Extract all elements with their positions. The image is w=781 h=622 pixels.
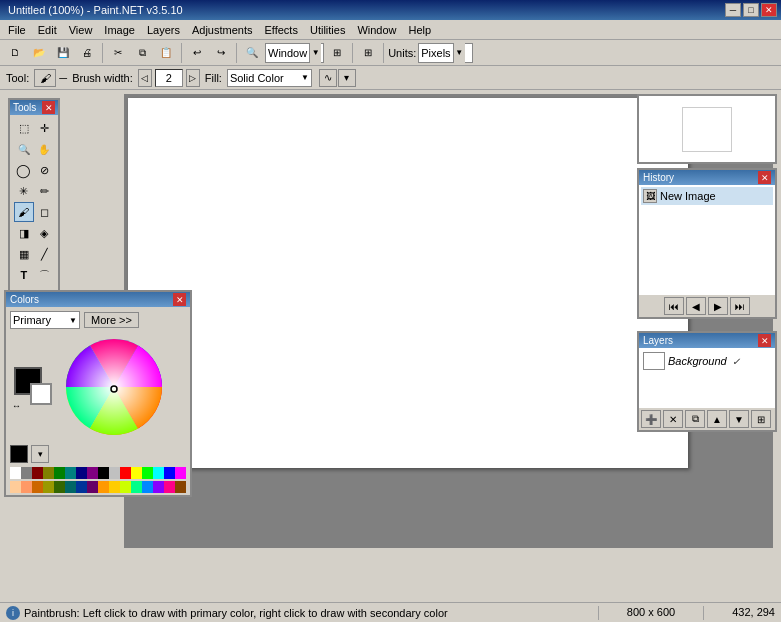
palette-options-btn[interactable]: ▾ <box>31 445 49 463</box>
history-last-btn[interactable]: ⏭ <box>730 297 750 315</box>
layer-visibility-check[interactable]: ✓ <box>730 355 743 368</box>
canvas[interactable] <box>128 98 688 468</box>
print-button[interactable]: 🖨 <box>76 42 98 64</box>
layer-item-background[interactable]: Background ✓ <box>641 350 773 372</box>
menu-item-file[interactable]: File <box>2 22 32 38</box>
palette-brown[interactable] <box>32 481 43 493</box>
fill-tool[interactable]: ◨ <box>14 223 34 243</box>
palette-darkbrown[interactable] <box>175 481 186 493</box>
palette-darkteal[interactable] <box>65 481 76 493</box>
palette-white[interactable] <box>10 467 21 479</box>
line-tool[interactable]: ╱ <box>35 244 55 264</box>
brush-width-input[interactable]: 2 <box>155 69 183 87</box>
window-dropdown[interactable]: Window ▼ <box>265 43 324 63</box>
maximize-button[interactable]: □ <box>743 3 759 17</box>
zoom-tool[interactable]: 🔍 <box>14 139 34 159</box>
paste-button[interactable]: 📋 <box>155 42 177 64</box>
menu-item-help[interactable]: Help <box>403 22 438 38</box>
menu-item-utilities[interactable]: Utilities <box>304 22 351 38</box>
delete-layer-btn[interactable]: ✕ <box>663 410 683 428</box>
menu-item-layers[interactable]: Layers <box>141 22 186 38</box>
move-tool[interactable]: ✛ <box>35 118 55 138</box>
history-item-new-image[interactable]: 🖼 New Image <box>641 187 773 205</box>
palette-yellowgreen[interactable] <box>120 481 131 493</box>
menu-item-image[interactable]: Image <box>98 22 141 38</box>
add-layer-btn[interactable]: ➕ <box>641 410 661 428</box>
black-swatch[interactable] <box>10 445 28 463</box>
palette-cyan[interactable] <box>153 467 164 479</box>
layer-properties-btn[interactable]: ⊞ <box>751 410 771 428</box>
units-dropdown-arrow[interactable]: ▼ <box>453 43 465 63</box>
palette-darkpurple[interactable] <box>87 481 98 493</box>
new-button[interactable]: 🗋 <box>4 42 26 64</box>
eraser-tool[interactable]: ◻ <box>35 202 55 222</box>
brush-style-btn2[interactable]: ▾ <box>338 69 356 87</box>
palette-violet[interactable] <box>153 481 164 493</box>
palette-magenta[interactable] <box>175 467 186 479</box>
copy-button[interactable]: ⧉ <box>131 42 153 64</box>
text-tool[interactable]: T <box>14 265 34 285</box>
palette-olive[interactable] <box>43 467 54 479</box>
menu-item-window[interactable]: Window <box>351 22 402 38</box>
menu-item-view[interactable]: View <box>63 22 99 38</box>
color-wheel-container[interactable] <box>64 337 164 439</box>
palette-springgreen[interactable] <box>131 481 142 493</box>
zoom-out-button[interactable]: 🔍 <box>241 42 263 64</box>
history-prev-btn[interactable]: ◀ <box>686 297 706 315</box>
duplicate-layer-btn[interactable]: ⧉ <box>685 410 705 428</box>
cut-button[interactable]: ✂ <box>107 42 129 64</box>
brush-width-left-btn[interactable]: ◁ <box>138 69 152 87</box>
palette-hotpink[interactable] <box>164 481 175 493</box>
palette-darkyellow[interactable] <box>43 481 54 493</box>
history-panel-close[interactable]: ✕ <box>758 171 771 184</box>
zoom-fit-button[interactable]: ⊞ <box>326 42 348 64</box>
save-button[interactable]: 💾 <box>52 42 74 64</box>
redo-button[interactable]: ↪ <box>210 42 232 64</box>
menu-item-adjustments[interactable]: Adjustments <box>186 22 259 38</box>
window-dropdown-arrow[interactable]: ▼ <box>309 43 321 63</box>
more-colors-button[interactable]: More >> <box>84 312 139 328</box>
lasso-tool[interactable]: ⊘ <box>35 160 55 180</box>
palette-navy[interactable] <box>76 467 87 479</box>
brush-width-right-btn[interactable]: ▷ <box>186 69 200 87</box>
menu-item-effects[interactable]: Effects <box>259 22 304 38</box>
pan-tool[interactable]: ✋ <box>35 139 55 159</box>
secondary-color-swatch[interactable] <box>30 383 52 405</box>
palette-gray[interactable] <box>21 467 32 479</box>
tools-panel-close[interactable]: ✕ <box>42 101 55 114</box>
palette-peach[interactable] <box>10 481 21 493</box>
palette-blue[interactable] <box>164 467 175 479</box>
brush-style-btn1[interactable]: ∿ <box>319 69 337 87</box>
palette-yellow[interactable] <box>131 467 142 479</box>
swap-colors-btn[interactable]: ↔ <box>12 401 21 411</box>
color-picker-tool[interactable]: ◈ <box>35 223 55 243</box>
palette-gold[interactable] <box>109 481 120 493</box>
units-dropdown[interactable]: Pixels ▼ <box>418 43 473 63</box>
pencil-tool[interactable]: ✏ <box>35 181 55 201</box>
fill-dropdown[interactable]: Solid Color ▼ <box>227 69 312 87</box>
menu-item-edit[interactable]: Edit <box>32 22 63 38</box>
palette-orange[interactable] <box>98 481 109 493</box>
grid-button[interactable]: ⊞ <box>357 42 379 64</box>
undo-button[interactable]: ↩ <box>186 42 208 64</box>
palette-salmon[interactable] <box>21 481 32 493</box>
gradient-tool[interactable]: ▦ <box>14 244 34 264</box>
ellipse-select-tool[interactable]: ◯ <box>14 160 34 180</box>
rectangle-select-tool[interactable]: ⬚ <box>14 118 34 138</box>
colors-panel-close[interactable]: ✕ <box>173 293 186 306</box>
magic-wand-tool[interactable]: ✳ <box>14 181 34 201</box>
palette-darkgreen[interactable] <box>54 481 65 493</box>
layers-panel-close[interactable]: ✕ <box>758 334 771 347</box>
paintbrush-tool[interactable]: 🖌 <box>14 202 34 222</box>
palette-silver[interactable] <box>109 467 120 479</box>
palette-teal[interactable] <box>65 467 76 479</box>
palette-purple[interactable] <box>87 467 98 479</box>
palette-darkblue[interactable] <box>76 481 87 493</box>
open-button[interactable]: 📂 <box>28 42 50 64</box>
palette-cornblue[interactable] <box>142 481 153 493</box>
palette-red[interactable] <box>120 467 131 479</box>
close-button[interactable]: ✕ <box>761 3 777 17</box>
color-mode-dropdown[interactable]: Primary ▼ <box>10 311 80 329</box>
palette-black[interactable] <box>98 467 109 479</box>
palette-lime[interactable] <box>142 467 153 479</box>
